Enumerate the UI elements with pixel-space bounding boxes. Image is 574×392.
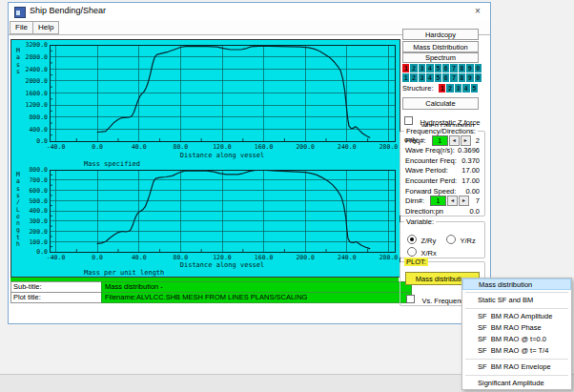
spinner-left-icon[interactable]: ◄ xyxy=(447,196,458,206)
window-title: Ship Bending/Shear xyxy=(30,6,106,15)
freq-row-5: Forward Speed:0.00 xyxy=(400,186,484,196)
spectrum1-cell-10[interactable]: 0 xyxy=(475,64,482,72)
freq-row-label: Encounter Freq: xyxy=(405,156,457,165)
spectrum1-cell-9[interactable]: 9 xyxy=(466,64,473,72)
spectrum2-cell-4[interactable]: 4 xyxy=(426,73,433,82)
freq-row-label: Wave Period: xyxy=(405,166,448,175)
hydrostatic-checkbox[interactable] xyxy=(404,116,413,125)
spectrum-row-1: 1234567890 xyxy=(402,64,482,72)
vs-frequency-checkbox[interactable] xyxy=(406,295,415,303)
svg-text:500.0: 500.0 xyxy=(29,197,48,205)
spectrum1-cell-4[interactable]: 4 xyxy=(426,64,433,72)
structure-cell-5[interactable]: 5 xyxy=(471,84,478,93)
svg-text:240.0: 240.0 xyxy=(338,254,357,261)
structure-cell-4[interactable]: 4 xyxy=(462,84,469,93)
spectrum2-cell-8[interactable]: 8 xyxy=(459,73,465,82)
spectrum2-cell-5[interactable]: 5 xyxy=(435,73,441,82)
menu-item-sf-bm-rao-envelope[interactable]: SF BM RAO Envelope xyxy=(462,361,571,373)
spectrum2-cell-2[interactable]: 2 xyxy=(410,73,417,82)
radio-x-rx-icon xyxy=(407,247,417,257)
structure-cell-3[interactable]: 3 xyxy=(455,84,461,93)
spectrum1-cell-2[interactable]: 2 xyxy=(410,64,417,72)
spectrum1-cell-5[interactable]: 5 xyxy=(435,64,441,72)
svg-text:280.0: 280.0 xyxy=(379,254,399,261)
calculate-button[interactable]: Calculate xyxy=(402,97,479,110)
plot-group-title: PLOT: xyxy=(404,258,428,266)
menu-help[interactable]: Help xyxy=(32,21,59,34)
svg-text:Distance along vessel: Distance along vessel xyxy=(180,261,265,269)
freq-row-label: Forward Speed: xyxy=(405,187,456,196)
spectrum1-cell-1[interactable]: 1 xyxy=(402,64,409,72)
svg-text:400.0: 400.0 xyxy=(29,207,48,215)
spectrum2-cell-6[interactable]: 6 xyxy=(442,73,449,82)
charts-svg: 0.0400.0800.01200.01600.02000.02400.0280… xyxy=(11,40,400,277)
close-icon[interactable]: × xyxy=(470,5,485,18)
svg-text:3200.0: 3200.0 xyxy=(26,41,49,49)
spectrum1-cell-6[interactable]: 6 xyxy=(442,64,449,72)
plot-canvas: 0.0400.0800.01200.01600.02000.02400.0280… xyxy=(10,39,400,278)
mass-distribution-button[interactable]: Mass Distribution xyxy=(402,41,479,52)
hardcopy-button[interactable]: Hardcopy xyxy=(402,29,479,40)
svg-text:2000.0: 2000.0 xyxy=(26,77,49,85)
freq-row-label: Freq#: xyxy=(405,136,426,145)
menu-item-significant-amplitude[interactable]: Significant Amplitude xyxy=(462,378,571,389)
title-bar[interactable]: Ship Bending/Shear × xyxy=(9,3,490,20)
svg-text:600.0: 600.0 xyxy=(29,187,48,195)
svg-text:Distance along vessel: Distance along vessel xyxy=(180,152,265,159)
spectrum1-cell-7[interactable]: 7 xyxy=(450,64,457,72)
spinner-right-icon[interactable]: ► xyxy=(461,135,471,146)
menu-item-sf-bm-rao-t-0-0[interactable]: SF BM RAO @ t=0.0 xyxy=(462,334,571,345)
menu-item-sf-bm-rao-phase[interactable]: SF BM RAO Phase xyxy=(462,322,571,334)
freq-spinner-value: 1 xyxy=(432,135,448,146)
spectrum1-cell-3[interactable]: 3 xyxy=(419,64,425,72)
svg-text:120.0: 120.0 xyxy=(213,254,232,261)
svg-text:1600.0: 1600.0 xyxy=(26,90,49,97)
svg-text:-40.0: -40.0 xyxy=(47,254,66,261)
structure-row: 12345 xyxy=(439,84,478,93)
svg-text:800.0: 800.0 xyxy=(29,166,48,174)
menu-item-static-sf-and-bm[interactable]: Static SF and BM xyxy=(462,295,571,306)
svg-text:200.0: 200.0 xyxy=(29,228,48,236)
freq-row-2: Encounter Freq:0.370 xyxy=(400,155,484,166)
plot-title-field[interactable]: Filename:ALVLCC.SHB MESH FROM LINES PLAN… xyxy=(101,292,412,303)
svg-text:h: h xyxy=(16,240,20,248)
freq-row-7: Direction:pn0.0 xyxy=(400,206,484,217)
spectrum2-cell-3[interactable]: 3 xyxy=(419,73,425,82)
menu-file[interactable]: File xyxy=(10,21,33,34)
spectrum1-cell-8[interactable]: 8 xyxy=(459,64,465,72)
menu-item-mass-distribution[interactable]: Mass distribution xyxy=(462,279,571,290)
svg-text:2800.0: 2800.0 xyxy=(26,53,49,61)
spectrum-row-2: 1234567890 xyxy=(402,73,482,82)
freq-row-value: 2 xyxy=(476,136,480,145)
menu-item-sf-bm-rao-amplitude[interactable]: SF BM RAO Amplitude xyxy=(462,311,571,322)
svg-text:80.0: 80.0 xyxy=(174,143,189,151)
spectrum2-cell-7[interactable]: 7 xyxy=(450,73,457,82)
freq-row-label: Dirn#: xyxy=(405,196,424,205)
spectrum2-cell-10[interactable]: 0 xyxy=(475,73,482,82)
radio-y-rz[interactable]: Y/Rz xyxy=(446,230,476,247)
svg-text:400.0: 400.0 xyxy=(29,126,48,134)
app-icon xyxy=(14,7,26,18)
freq-row-1: Wave Freq(r/s):0.3696 xyxy=(400,146,484,156)
radio-y-rz-label: Y/Rz xyxy=(460,237,475,245)
freq-row-0: Freq#:1◄►2 xyxy=(400,135,484,146)
radio-x-rx-label: X/Rx xyxy=(420,249,436,258)
freq-row-value: 0.3696 xyxy=(458,146,480,155)
structure-cell-2[interactable]: 2 xyxy=(446,84,453,93)
plot-type-context-menu: Mass distributionStatic SF and BMSF BM R… xyxy=(461,278,572,390)
freq-row-4: Encounter Perd:17.00 xyxy=(400,175,484,186)
spinner-right-icon[interactable]: ► xyxy=(459,196,469,206)
app-window: Ship Bending/Shear × File Help 0.0400.08… xyxy=(8,2,491,324)
spectrum2-cell-9[interactable]: 9 xyxy=(466,73,473,82)
structure-cell-1[interactable]: 1 xyxy=(439,84,445,93)
menu-item-sf-bm-rao-t-t-4[interactable]: SF BM RAO @ t= T/4 xyxy=(462,345,571,357)
svg-text:0.0: 0.0 xyxy=(92,254,103,261)
plot-title-label: Plot title: xyxy=(10,292,104,303)
variable-group: Variable: Z/Ry Y/Rz X/Rx xyxy=(400,221,485,258)
svg-text:-40.0: -40.0 xyxy=(47,143,66,151)
svg-text:200.0: 200.0 xyxy=(296,254,315,261)
spectrum-button[interactable]: Spectrum xyxy=(402,52,479,63)
freq-row-value: 17.00 xyxy=(461,176,480,185)
spinner-left-icon[interactable]: ◄ xyxy=(449,135,460,146)
spectrum2-cell-1[interactable]: 1 xyxy=(402,73,409,82)
